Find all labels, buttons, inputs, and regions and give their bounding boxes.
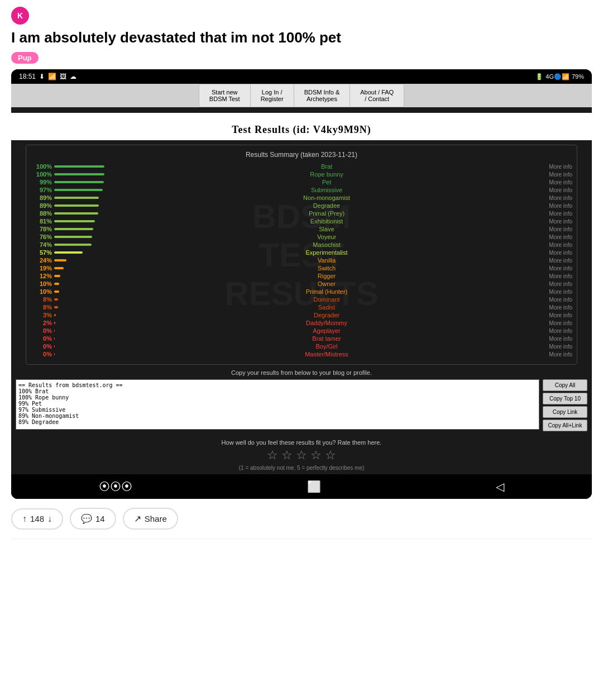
result-label[interactable]: Rope bunny [108, 171, 545, 178]
result-row: 57% Experimentalist More info [31, 249, 572, 256]
result-bar-container [54, 165, 104, 168]
tag-pup[interactable]: Pup [11, 52, 39, 64]
copy-top10-button[interactable]: Copy Top 10 [543, 393, 587, 404]
nav-menu-icon[interactable]: ⦿⦿⦿ [99, 480, 132, 493]
result-bar-container [54, 212, 104, 215]
result-bar [54, 322, 55, 324]
result-label[interactable]: Rigger [108, 273, 545, 279]
divider [11, 539, 592, 539]
result-label[interactable]: Non-monogamist [108, 194, 545, 201]
result-label[interactable]: Dominant [108, 296, 545, 303]
more-info-link[interactable]: More info [545, 289, 572, 295]
result-pct: 57% [31, 249, 52, 256]
more-info-link[interactable]: More info [545, 297, 572, 303]
more-info-link[interactable]: More info [545, 312, 572, 318]
more-info-link[interactable]: More info [545, 250, 572, 256]
result-label[interactable]: Experimentalist [108, 249, 545, 256]
nav-btn-login[interactable]: Log In /Register [251, 84, 294, 107]
result-pct: 97% [31, 187, 52, 193]
star-2[interactable]: ☆ [281, 448, 293, 463]
result-bar [54, 298, 58, 301]
phone-nav-inner: Start newBDSM Test Log In /Register BDSM… [199, 84, 404, 107]
more-info-link[interactable]: More info [545, 304, 572, 311]
post-actions: ↑ 148 ↓ 💬 14 ↗ Share [0, 499, 603, 539]
rating-text: How well do you feel these results fit y… [16, 439, 587, 446]
result-row: 88% Primal (Prey) More info [31, 210, 572, 217]
more-info-link[interactable]: More info [545, 336, 572, 342]
result-pct: 89% [31, 194, 52, 201]
result-label[interactable]: Masochist [108, 241, 545, 248]
more-info-link[interactable]: More info [545, 258, 572, 264]
result-label[interactable]: Degradee [108, 202, 545, 209]
result-label[interactable]: Vanilla [108, 257, 545, 264]
result-label[interactable]: Primal (Hunter) [108, 288, 545, 295]
results-title-bg: Test Results (id: V4ky9M9N) [11, 113, 592, 140]
result-label[interactable]: Exhibitionist [108, 218, 545, 225]
nav-back-icon[interactable]: ◁ [496, 480, 504, 493]
more-info-link[interactable]: More info [545, 211, 572, 217]
result-bar [54, 345, 55, 347]
more-info-link[interactable]: More info [545, 187, 572, 193]
result-label[interactable]: Ageplayer [108, 327, 545, 334]
result-bar-container [54, 251, 104, 254]
more-info-link[interactable]: More info [545, 265, 572, 272]
stars[interactable]: ☆ ☆ ☆ ☆ ☆ [16, 448, 587, 463]
result-pct: 8% [31, 296, 52, 303]
more-info-link[interactable]: More info [545, 218, 572, 225]
more-info-link[interactable]: More info [545, 281, 572, 287]
result-label[interactable]: Pet [108, 179, 545, 185]
nav-btn-info[interactable]: BDSM Info &Archetypes [294, 84, 351, 107]
result-row: 81% Exhibitionist More info [31, 218, 572, 225]
result-label[interactable]: Boy/Girl [108, 343, 545, 350]
more-info-link[interactable]: More info [545, 234, 572, 240]
nav-home-icon[interactable]: ⬜ [307, 480, 321, 493]
upvote-count: 148 [30, 514, 44, 523]
more-info-link[interactable]: More info [545, 328, 572, 334]
more-info-link[interactable]: More info [545, 179, 572, 185]
result-label[interactable]: Sadist [108, 304, 545, 311]
copy-buttons: Copy All Copy Top 10 Copy Link Copy All+… [543, 379, 587, 431]
more-info-link[interactable]: More info [545, 226, 572, 232]
more-info-link[interactable]: More info [545, 242, 572, 248]
more-info-link[interactable]: More info [545, 344, 572, 350]
nav-btn-about[interactable]: About / FAQ/ Contact [350, 84, 404, 107]
copy-link-button[interactable]: Copy Link [543, 406, 587, 418]
result-label[interactable]: Submissive [108, 187, 545, 193]
result-row: 89% Degradee More info [31, 202, 572, 209]
result-label[interactable]: Degrader [108, 312, 545, 318]
result-pct: 88% [31, 210, 52, 217]
more-info-link[interactable]: More info [545, 195, 572, 201]
upvote-button[interactable]: ↑ 148 ↓ [11, 508, 63, 530]
star-1[interactable]: ☆ [267, 448, 278, 463]
nav-btn-new-test[interactable]: Start newBDSM Test [199, 84, 251, 107]
result-label[interactable]: Brat tamer [108, 335, 545, 342]
result-label[interactable]: Daddy/Mommy [108, 320, 545, 326]
result-label[interactable]: Owner [108, 280, 545, 287]
downvote-icon: ↓ [47, 514, 52, 524]
comment-button[interactable]: 💬 14 [70, 508, 116, 530]
result-pct: 10% [31, 288, 52, 295]
more-info-link[interactable]: More info [545, 164, 572, 170]
result-label[interactable]: Primal (Prey) [108, 210, 545, 217]
result-label[interactable]: Voyeur [108, 234, 545, 240]
result-label[interactable]: Master/Mistress [108, 351, 545, 358]
more-info-link[interactable]: More info [545, 351, 572, 358]
more-info-link[interactable]: More info [545, 320, 572, 326]
result-label[interactable]: Brat [108, 163, 545, 170]
copy-all-button[interactable]: Copy All [543, 379, 587, 391]
result-label[interactable]: Slave [108, 226, 545, 232]
more-info-link[interactable]: More info [545, 203, 572, 209]
result-label[interactable]: Switch [108, 265, 545, 272]
star-3[interactable]: ☆ [296, 448, 307, 463]
star-5[interactable]: ☆ [325, 448, 336, 463]
more-info-link[interactable]: More info [545, 273, 572, 279]
result-bar [54, 181, 104, 183]
copy-textarea[interactable] [16, 379, 539, 430]
star-4[interactable]: ☆ [310, 448, 322, 463]
share-button[interactable]: ↗ Share [123, 508, 178, 530]
result-row: 0% Master/Mistress More info [31, 351, 572, 358]
result-pct: 0% [31, 327, 52, 334]
more-info-link[interactable]: More info [545, 172, 572, 178]
result-row: 100% Rope bunny More info [31, 171, 572, 178]
copy-all-link-button[interactable]: Copy All+Link [543, 420, 587, 431]
